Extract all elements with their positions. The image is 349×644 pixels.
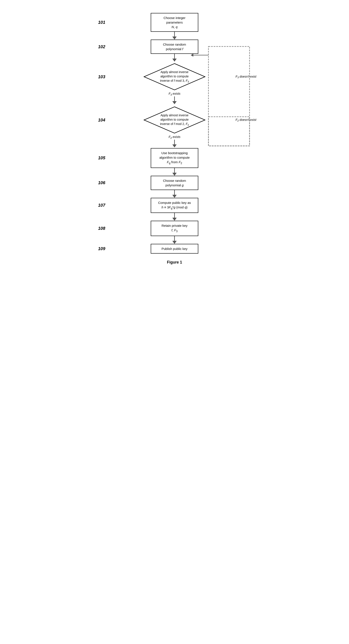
f2-exists-section: F2 exists [169,135,180,148]
step-row-109: 109 Publish public key [92,244,258,254]
box-104-text: Apply almost inversealgorithm to compute… [154,113,196,126]
diagram-container: 101 Choose integerparametersN, q 102 Cho… [87,4,262,278]
step-row-108: 108 Retain private keyf, F3 [92,221,258,236]
svg-marker-1 [172,36,177,40]
f2-doesnt-exist-note: F2 doesn't exist [236,118,256,122]
f2-exists-label: F2 exists [169,135,180,139]
box-106: Choose randompolynomial g [151,176,198,190]
svg-marker-6 [172,101,177,104]
box-103-text: Apply almost inversealgorithm to compute… [154,70,196,83]
label-102: 102 [98,44,105,49]
arrow-107-108 [171,213,178,221]
box-101: Choose integerparametersN, q [151,13,198,32]
step-row-101: 101 Choose integerparametersN, q [92,13,258,32]
svg-marker-17 [172,241,177,244]
step-row-102: 102 Choose randompolynomial f [92,40,258,54]
box-104: Apply almost inversealgorithm to compute… [143,106,206,134]
f3-doesnt-exist-text: F3 doesn't exist [236,75,256,79]
arrow-106-107 [171,190,178,198]
box-107: Compute public key ash ≡ 3Fq*g (mod q) [151,198,198,213]
step-row-106: 106 Choose randompolynomial g [92,176,258,190]
label-109: 109 [98,246,105,251]
arrow-103-104 [171,96,178,104]
box-109: Publish public key [151,244,198,254]
svg-marker-9 [172,144,177,148]
label-106: 106 [98,180,105,185]
step-row-104: 104 Apply almost inversealgorithm to com… [92,105,258,135]
arrow-105-106 [171,168,178,176]
f2-doesnt-exist-text: F2 doesn't exist [236,118,256,122]
label-105: 105 [98,156,105,160]
arrow-102-103 [171,54,178,62]
figure-title: Figure 1 [167,260,182,264]
label-101: 101 [98,20,105,25]
label-104: 104 [98,118,105,122]
arrow-101-102 [171,32,178,40]
label-108: 108 [98,226,105,231]
box-102: Choose randompolynomial f [151,40,198,54]
svg-marker-15 [172,218,177,221]
box-108: Retain private keyf, F3 [151,221,198,236]
label-103: 103 [98,74,105,79]
step-row-103: 103 Apply almost inversealgorithm to com… [92,62,258,92]
step-row-105: 105 Use bootstrappingalgorithm to comput… [92,148,258,168]
box-105: Use bootstrappingalgorithm to computeFq … [151,148,198,168]
arrow-104-105 [171,140,178,148]
label-107: 107 [98,203,105,208]
box-103: Apply almost inversealgorithm to compute… [143,63,206,91]
arrow-108-109 [171,236,178,244]
f3-exists-label: F3 exists [169,92,180,96]
f3-doesnt-exist-note: F3 doesn't exist [236,75,256,79]
svg-marker-3 [172,58,177,62]
flowchart: 101 Choose integerparametersN, q 102 Cho… [92,11,258,264]
step-row-107: 107 Compute public key ash ≡ 3Fq*g (mod … [92,198,258,213]
svg-marker-11 [172,173,177,176]
svg-marker-13 [172,195,177,198]
f3-exists-section: F3 exists [169,92,180,105]
